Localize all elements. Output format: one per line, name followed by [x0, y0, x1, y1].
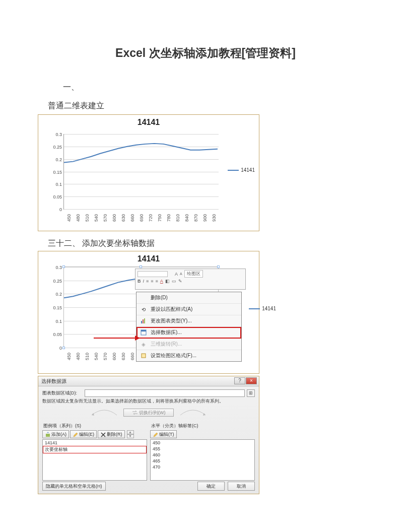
- legend-swatch: [228, 170, 239, 171]
- menu-item-select-data[interactable]: 选择数据(E)...: [136, 327, 241, 339]
- menu-item-delete[interactable]: 删除(D): [136, 292, 241, 304]
- chart-1-legend: 14141: [228, 167, 255, 173]
- add-series-button[interactable]: +添加(A): [42, 430, 69, 438]
- svg-text:+: +: [47, 432, 49, 435]
- xtick: 450: [66, 214, 72, 222]
- xtick: 630: [121, 214, 126, 222]
- chart-area-selector[interactable]: 绘图区: [184, 270, 203, 278]
- legend-swatch: [249, 308, 260, 309]
- move-down-button[interactable]: ▼: [127, 434, 134, 438]
- list-item[interactable]: 455: [151, 446, 254, 452]
- xtick: 600: [112, 353, 117, 360]
- range-input[interactable]: [85, 389, 245, 397]
- cancel-button[interactable]: 取消: [228, 482, 255, 491]
- ytick: 0.2: [48, 292, 62, 297]
- menu-label: 删除(D): [151, 294, 168, 301]
- swap-arrow-icon: [175, 408, 211, 418]
- ytick: 0.05: [48, 332, 62, 337]
- menu-label: 设置绘图区格式(F)...: [151, 352, 196, 359]
- list-item[interactable]: 450: [151, 440, 254, 446]
- ytick: 0.15: [48, 170, 62, 175]
- menu-label: 选择数据(E)...: [151, 329, 182, 336]
- align-icon[interactable]: ≡: [146, 279, 149, 284]
- font-family-dropdown[interactable]: [138, 271, 168, 277]
- xtick: 870: [193, 214, 198, 222]
- series-listbox[interactable]: 14141 次要坐标轴: [42, 439, 147, 481]
- axis-labels-listbox[interactable]: 450 455 460 465 470: [150, 439, 255, 481]
- edit-series-button[interactable]: 编辑(E): [70, 430, 97, 438]
- help-button[interactable]: ?: [234, 377, 245, 384]
- list-item[interactable]: 470: [151, 464, 254, 470]
- align-icon[interactable]: ≡: [151, 279, 153, 284]
- italic-icon[interactable]: I: [143, 279, 145, 284]
- chart-1-plot-area: 0.3 0.25 0.2 0.15 0.1 0.05 0: [63, 134, 219, 210]
- ytick: 0.3: [48, 132, 62, 137]
- switch-row-col-button: 切换行/列(W): [123, 409, 174, 417]
- xtick: 540: [94, 214, 99, 222]
- swap-arrow-icon: [87, 408, 122, 418]
- align-icon[interactable]: ≡: [156, 279, 158, 284]
- border-icon[interactable]: ▭: [172, 279, 176, 284]
- xtick: 750: [157, 214, 162, 222]
- rotate-3d-icon: ◈: [140, 341, 148, 348]
- xtick: 570: [103, 214, 108, 222]
- font-color-icon[interactable]: A: [160, 279, 163, 284]
- delete-series-button[interactable]: 删除(R): [98, 430, 125, 438]
- xtick: 900: [202, 214, 208, 222]
- list-item[interactable]: 465: [151, 458, 254, 464]
- section-subtitle-1: 普通二维表建立: [48, 101, 373, 111]
- ytick: 0.2: [48, 157, 62, 162]
- ytick: 0: [48, 346, 62, 351]
- hidden-cells-button[interactable]: 隐藏的单元格和空单元格(H): [42, 482, 106, 491]
- list-item[interactable]: 次要坐标轴: [43, 446, 147, 453]
- category-axis-title: 水平（分类）轴标签(C): [151, 423, 255, 429]
- ytick: 0: [48, 207, 62, 212]
- selection-handle[interactable]: [217, 265, 220, 268]
- list-item[interactable]: 14141: [43, 440, 147, 446]
- xtick: 780: [166, 214, 171, 222]
- selection-handle[interactable]: [62, 265, 65, 268]
- svg-rect-0: [141, 321, 142, 323]
- xtick: 540: [94, 353, 99, 360]
- move-up-button[interactable]: ▲: [127, 430, 134, 434]
- legend-label: 14141: [262, 306, 276, 311]
- edit-icon: [73, 432, 78, 437]
- xtick: 840: [184, 214, 189, 222]
- selection-handle[interactable]: [140, 265, 142, 268]
- fill-color-icon[interactable]: ◧: [165, 279, 170, 284]
- menu-item-format-plot-area[interactable]: 设置绘图区格式(F)...: [136, 350, 241, 361]
- annotation-arrow: [94, 338, 136, 339]
- btn-label: 添加(A): [51, 431, 66, 438]
- ytick: 0.15: [48, 305, 62, 310]
- ytick: 0.25: [48, 145, 62, 150]
- menu-item-reset-style[interactable]: ⟲ 重设以匹配样式(A): [136, 304, 241, 315]
- edit-axis-button[interactable]: 编辑(T): [150, 430, 177, 438]
- svg-rect-2: [144, 318, 145, 323]
- bold-icon[interactable]: B: [138, 279, 141, 284]
- grow-font-icon[interactable]: A: [175, 272, 178, 277]
- chart-2-title: 14141: [38, 251, 259, 263]
- svg-rect-1: [143, 319, 144, 323]
- chart-1: 14141 0.3 0.25 0.2 0.15 0.1 0.05 0 450 4…: [38, 114, 259, 231]
- menu-label: 三维旋转(R)...: [151, 341, 182, 348]
- ytick: 0.25: [48, 279, 62, 284]
- xtick: 810: [175, 214, 180, 222]
- chart-1-title: 14141: [38, 115, 259, 127]
- switch-label: 切换行/列(W): [139, 410, 166, 416]
- xtick: 660: [130, 214, 135, 222]
- close-button[interactable]: ×: [246, 377, 257, 384]
- range-label: 图表数据区域(D):: [42, 390, 83, 396]
- xtick: 630: [121, 353, 126, 360]
- section-heading-2: 三十二、 添加次要坐标轴数据: [48, 238, 373, 249]
- format-icon[interactable]: ✎: [178, 279, 182, 284]
- xtick: 720: [148, 214, 153, 222]
- chart-type-icon: [140, 317, 148, 324]
- ok-button[interactable]: 确定: [197, 482, 225, 491]
- menu-item-change-chart-type[interactable]: 更改图表类型(Y)...: [136, 315, 241, 327]
- shrink-font-icon[interactable]: A: [180, 272, 182, 276]
- mini-toolbar[interactable]: A A 绘图区 B I ≡ ≡ ≡ A ◧ ▭ ✎: [135, 269, 246, 290]
- list-item[interactable]: 460: [151, 452, 254, 458]
- add-icon: +: [45, 432, 50, 437]
- range-picker-button[interactable]: ⊞: [247, 389, 255, 397]
- select-data-source-dialog: 选择数据源 ? × 图表数据区域(D): ⊞ 数据区域因太复杂而无法显示。如果选…: [38, 376, 259, 494]
